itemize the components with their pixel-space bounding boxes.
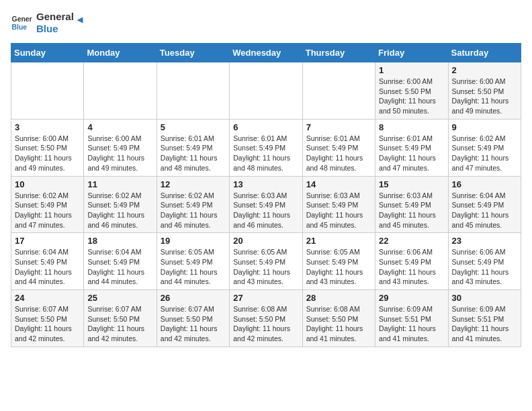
calendar-cell: 30Sunrise: 6:09 AM Sunset: 5:51 PM Dayli… xyxy=(448,290,521,347)
day-number: 13 xyxy=(233,179,298,189)
calendar-cell: 8Sunrise: 6:01 AM Sunset: 5:49 PM Daylig… xyxy=(375,119,448,176)
calendar-cell: 10Sunrise: 6:02 AM Sunset: 5:49 PM Dayli… xyxy=(11,176,84,233)
day-info: Sunrise: 6:00 AM Sunset: 5:50 PM Dayligh… xyxy=(452,77,517,116)
day-info: Sunrise: 6:01 AM Sunset: 5:49 PM Dayligh… xyxy=(306,134,371,173)
day-info: Sunrise: 6:09 AM Sunset: 5:51 PM Dayligh… xyxy=(379,304,444,344)
calendar-cell: 25Sunrise: 6:07 AM Sunset: 5:50 PM Dayli… xyxy=(84,290,157,347)
day-number: 3 xyxy=(15,122,80,132)
day-info: Sunrise: 6:05 AM Sunset: 5:49 PM Dayligh… xyxy=(161,247,226,287)
calendar-cell: 28Sunrise: 6:08 AM Sunset: 5:50 PM Dayli… xyxy=(302,290,375,347)
day-info: Sunrise: 6:00 AM Sunset: 5:50 PM Dayligh… xyxy=(15,134,80,173)
logo: General Blue General Blue xyxy=(11,11,86,35)
day-info: Sunrise: 6:03 AM Sunset: 5:49 PM Dayligh… xyxy=(379,191,444,230)
weekday-header-friday: Friday xyxy=(375,44,448,62)
calendar-cell: 1Sunrise: 6:00 AM Sunset: 5:50 PM Daylig… xyxy=(375,62,448,120)
day-number: 30 xyxy=(452,293,517,303)
day-info: Sunrise: 6:00 AM Sunset: 5:49 PM Dayligh… xyxy=(87,134,152,173)
day-number: 17 xyxy=(15,236,80,246)
day-number: 23 xyxy=(452,236,517,246)
logo-icon: General Blue xyxy=(11,12,32,34)
day-info: Sunrise: 6:02 AM Sunset: 5:49 PM Dayligh… xyxy=(15,191,80,230)
calendar-week-row: 3Sunrise: 6:00 AM Sunset: 5:50 PM Daylig… xyxy=(11,119,521,176)
day-number: 19 xyxy=(161,236,226,246)
calendar-cell: 27Sunrise: 6:08 AM Sunset: 5:50 PM Dayli… xyxy=(230,290,302,347)
calendar-cell: 17Sunrise: 6:04 AM Sunset: 5:49 PM Dayli… xyxy=(11,233,84,290)
calendar-week-row: 24Sunrise: 6:07 AM Sunset: 5:50 PM Dayli… xyxy=(11,290,521,347)
day-number: 8 xyxy=(379,122,444,132)
day-info: Sunrise: 6:04 AM Sunset: 5:49 PM Dayligh… xyxy=(15,247,80,287)
day-number: 6 xyxy=(233,122,298,132)
logo-general: General xyxy=(36,11,74,23)
day-number: 27 xyxy=(233,293,298,303)
day-info: Sunrise: 6:02 AM Sunset: 5:49 PM Dayligh… xyxy=(452,134,517,173)
day-info: Sunrise: 6:07 AM Sunset: 5:50 PM Dayligh… xyxy=(87,304,152,344)
day-number: 15 xyxy=(379,179,444,189)
calendar-cell: 21Sunrise: 6:05 AM Sunset: 5:49 PM Dayli… xyxy=(302,233,375,290)
day-number: 18 xyxy=(87,236,152,246)
day-number: 22 xyxy=(379,236,444,246)
day-info: Sunrise: 6:06 AM Sunset: 5:49 PM Dayligh… xyxy=(452,247,517,287)
day-info: Sunrise: 6:05 AM Sunset: 5:49 PM Dayligh… xyxy=(306,247,371,287)
calendar-table: SundayMondayTuesdayWednesdayThursdayFrid… xyxy=(11,43,521,347)
day-number: 7 xyxy=(306,122,371,132)
weekday-header-tuesday: Tuesday xyxy=(157,44,229,62)
calendar-cell: 19Sunrise: 6:05 AM Sunset: 5:49 PM Dayli… xyxy=(157,233,229,290)
day-info: Sunrise: 6:00 AM Sunset: 5:50 PM Dayligh… xyxy=(379,77,444,116)
svg-text:General: General xyxy=(12,15,32,23)
page-header: General Blue General Blue xyxy=(11,11,521,35)
day-number: 11 xyxy=(87,179,152,189)
logo-blue: Blue xyxy=(36,23,74,35)
day-info: Sunrise: 6:02 AM Sunset: 5:49 PM Dayligh… xyxy=(161,191,226,230)
calendar-cell: 7Sunrise: 6:01 AM Sunset: 5:49 PM Daylig… xyxy=(302,119,375,176)
day-info: Sunrise: 6:01 AM Sunset: 5:49 PM Dayligh… xyxy=(379,134,444,173)
day-number: 29 xyxy=(379,293,444,303)
day-info: Sunrise: 6:06 AM Sunset: 5:49 PM Dayligh… xyxy=(379,247,444,287)
day-info: Sunrise: 6:04 AM Sunset: 5:49 PM Dayligh… xyxy=(87,247,152,287)
day-number: 25 xyxy=(87,293,152,303)
logo-arrow-icon xyxy=(74,14,86,26)
calendar-cell xyxy=(11,62,84,120)
day-info: Sunrise: 6:03 AM Sunset: 5:49 PM Dayligh… xyxy=(233,191,298,230)
day-number: 5 xyxy=(161,122,226,132)
calendar-cell: 2Sunrise: 6:00 AM Sunset: 5:50 PM Daylig… xyxy=(448,62,521,120)
day-number: 4 xyxy=(87,122,152,132)
calendar-week-row: 1Sunrise: 6:00 AM Sunset: 5:50 PM Daylig… xyxy=(11,62,521,120)
day-info: Sunrise: 6:03 AM Sunset: 5:49 PM Dayligh… xyxy=(306,191,371,230)
day-number: 10 xyxy=(15,179,80,189)
day-number: 28 xyxy=(306,293,371,303)
calendar-cell: 15Sunrise: 6:03 AM Sunset: 5:49 PM Dayli… xyxy=(375,176,448,233)
day-info: Sunrise: 6:08 AM Sunset: 5:50 PM Dayligh… xyxy=(233,304,298,344)
calendar-cell xyxy=(230,62,302,120)
calendar-cell: 18Sunrise: 6:04 AM Sunset: 5:49 PM Dayli… xyxy=(84,233,157,290)
day-number: 21 xyxy=(306,236,371,246)
svg-text:Blue: Blue xyxy=(12,24,28,31)
day-number: 16 xyxy=(452,179,517,189)
day-number: 1 xyxy=(379,65,444,75)
day-number: 14 xyxy=(306,179,371,189)
day-number: 2 xyxy=(452,65,517,75)
day-info: Sunrise: 6:08 AM Sunset: 5:50 PM Dayligh… xyxy=(306,304,371,344)
calendar-cell: 12Sunrise: 6:02 AM Sunset: 5:49 PM Dayli… xyxy=(157,176,229,233)
calendar-cell: 11Sunrise: 6:02 AM Sunset: 5:49 PM Dayli… xyxy=(84,176,157,233)
day-number: 24 xyxy=(15,293,80,303)
calendar-cell: 16Sunrise: 6:04 AM Sunset: 5:49 PM Dayli… xyxy=(448,176,521,233)
weekday-header-wednesday: Wednesday xyxy=(230,44,302,62)
calendar-cell: 4Sunrise: 6:00 AM Sunset: 5:49 PM Daylig… xyxy=(84,119,157,176)
calendar-week-row: 17Sunrise: 6:04 AM Sunset: 5:49 PM Dayli… xyxy=(11,233,521,290)
calendar-cell xyxy=(84,62,157,120)
calendar-cell xyxy=(302,62,375,120)
day-info: Sunrise: 6:07 AM Sunset: 5:50 PM Dayligh… xyxy=(15,304,80,344)
calendar-cell: 9Sunrise: 6:02 AM Sunset: 5:49 PM Daylig… xyxy=(448,119,521,176)
calendar-cell: 5Sunrise: 6:01 AM Sunset: 5:49 PM Daylig… xyxy=(157,119,229,176)
calendar-cell: 13Sunrise: 6:03 AM Sunset: 5:49 PM Dayli… xyxy=(230,176,302,233)
calendar-cell: 26Sunrise: 6:07 AM Sunset: 5:50 PM Dayli… xyxy=(157,290,229,347)
day-info: Sunrise: 6:07 AM Sunset: 5:50 PM Dayligh… xyxy=(161,304,226,344)
day-info: Sunrise: 6:02 AM Sunset: 5:49 PM Dayligh… xyxy=(87,191,152,230)
weekday-header-thursday: Thursday xyxy=(302,44,375,62)
day-info: Sunrise: 6:01 AM Sunset: 5:49 PM Dayligh… xyxy=(233,134,298,173)
day-info: Sunrise: 6:09 AM Sunset: 5:51 PM Dayligh… xyxy=(452,304,517,344)
day-number: 26 xyxy=(161,293,226,303)
calendar-cell: 14Sunrise: 6:03 AM Sunset: 5:49 PM Dayli… xyxy=(302,176,375,233)
day-info: Sunrise: 6:04 AM Sunset: 5:49 PM Dayligh… xyxy=(452,191,517,230)
calendar-cell: 24Sunrise: 6:07 AM Sunset: 5:50 PM Dayli… xyxy=(11,290,84,347)
